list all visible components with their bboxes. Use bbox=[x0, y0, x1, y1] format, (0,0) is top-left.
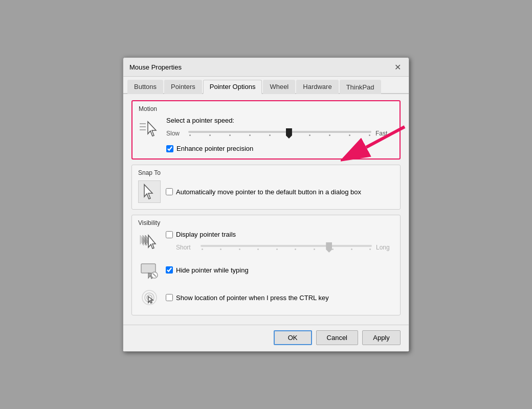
hide-typing-checkbox[interactable] bbox=[166, 266, 173, 274]
trails-slider-row: Short Long bbox=[166, 241, 394, 254]
trails-checkbox[interactable] bbox=[166, 231, 173, 238]
hide-typing-label[interactable]: Hide pointer while typing bbox=[176, 266, 249, 274]
long-label: Long bbox=[376, 244, 394, 251]
show-ctrl-icon bbox=[138, 286, 161, 309]
speed-label: Select a pointer speed: bbox=[166, 117, 393, 124]
tab-thinkpad[interactable]: ThinkPad bbox=[340, 80, 381, 94]
precision-label[interactable]: Enhance pointer precision bbox=[176, 145, 253, 152]
apply-button[interactable]: Apply bbox=[362, 330, 401, 345]
trails-row: Display pointer trails Short bbox=[138, 231, 394, 254]
tab-bar: Buttons Pointers Pointer Options Wheel H… bbox=[123, 77, 409, 94]
tab-wheel[interactable]: Wheel bbox=[263, 80, 295, 94]
svg-marker-6 bbox=[144, 185, 152, 199]
hide-typing-icon bbox=[138, 259, 161, 281]
trails-checkbox-row: Display pointer trails bbox=[166, 231, 394, 238]
tab-hardware[interactable]: Hardware bbox=[296, 80, 338, 94]
mouse-properties-dialog: Mouse Properties ✕ Buttons Pointers Poin… bbox=[123, 57, 409, 352]
trails-slider-thumb bbox=[326, 242, 332, 253]
trails-slider-track bbox=[201, 245, 372, 247]
motion-cursor-icon bbox=[139, 117, 161, 139]
trails-slider-container[interactable] bbox=[201, 241, 372, 254]
snap-to-section: Snap To Automatically move pointer to th… bbox=[131, 165, 401, 210]
snap-to-content: Automatically move pointer to the defaul… bbox=[138, 180, 394, 203]
trails-label[interactable]: Display pointer trails bbox=[176, 231, 236, 238]
show-ctrl-label[interactable]: Show location of pointer when I press th… bbox=[176, 294, 329, 302]
speed-slider-dots bbox=[188, 134, 371, 136]
ok-button[interactable]: OK bbox=[274, 330, 312, 345]
motion-right: Select a pointer speed: Slow bbox=[166, 117, 393, 152]
cancel-button[interactable]: Cancel bbox=[316, 330, 358, 345]
svg-rect-11 bbox=[141, 264, 156, 273]
show-ctrl-row: Show location of pointer when I press th… bbox=[138, 286, 394, 309]
slow-label: Slow bbox=[166, 130, 184, 137]
motion-section: Motion Select a pointer speed: bbox=[131, 100, 401, 160]
tab-pointer-options[interactable]: Pointer Options bbox=[203, 80, 262, 94]
svg-marker-10 bbox=[148, 235, 156, 248]
show-ctrl-checkbox[interactable] bbox=[166, 294, 173, 301]
speed-slider-track bbox=[188, 131, 371, 133]
speed-slider-row: Slow Fast bbox=[166, 127, 393, 140]
trails-content: Display pointer trails Short bbox=[166, 231, 394, 254]
title-bar: Mouse Properties ✕ bbox=[123, 58, 409, 77]
snap-checkbox-row: Automatically move pointer to the defaul… bbox=[166, 188, 361, 196]
speed-slider-thumb bbox=[286, 128, 292, 139]
trails-slider-dots bbox=[201, 248, 372, 250]
svg-marker-3 bbox=[148, 122, 156, 136]
visibility-section: Visibility bbox=[131, 215, 401, 315]
tab-buttons[interactable]: Buttons bbox=[127, 80, 163, 94]
dialog-content: Motion Select a pointer speed: bbox=[123, 94, 409, 325]
snap-to-label: Snap To bbox=[138, 169, 394, 176]
short-label: Short bbox=[176, 244, 196, 251]
tab-pointers[interactable]: Pointers bbox=[164, 80, 202, 94]
precision-checkbox-row: Enhance pointer precision bbox=[166, 145, 393, 152]
hide-typing-checkbox-row: Hide pointer while typing bbox=[166, 266, 249, 274]
show-ctrl-checkbox-row: Show location of pointer when I press th… bbox=[166, 294, 329, 302]
speed-slider-container[interactable] bbox=[188, 127, 371, 140]
fast-label: Fast bbox=[375, 130, 393, 137]
snap-checkbox[interactable] bbox=[166, 188, 173, 195]
snap-cursor-icon bbox=[138, 180, 161, 203]
close-button[interactable]: ✕ bbox=[392, 62, 403, 72]
visibility-label: Visibility bbox=[138, 219, 394, 226]
dialog-footer: OK Cancel Apply bbox=[123, 325, 409, 351]
dialog-title: Mouse Properties bbox=[129, 63, 182, 71]
precision-checkbox[interactable] bbox=[166, 145, 173, 152]
hide-typing-row: Hide pointer while typing bbox=[138, 259, 394, 281]
motion-label: Motion bbox=[139, 105, 393, 112]
motion-content: Select a pointer speed: Slow bbox=[139, 117, 393, 152]
snap-label[interactable]: Automatically move pointer to the defaul… bbox=[176, 188, 361, 196]
trails-icon bbox=[138, 231, 161, 254]
